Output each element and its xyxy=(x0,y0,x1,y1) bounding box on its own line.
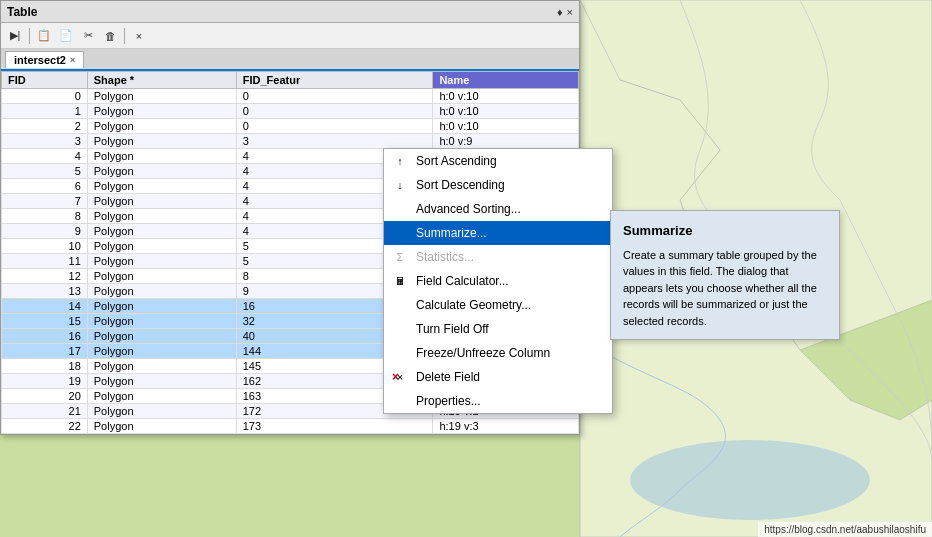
menu-item-label: Statistics... xyxy=(416,250,474,264)
toolbar-paste-button[interactable]: 📄 xyxy=(56,26,76,46)
menu-item-summarize---[interactable]: Summarize... xyxy=(384,221,612,245)
tab-intersect2[interactable]: intersect2 × xyxy=(5,51,84,68)
context-menu: ↑Sort Ascending↓Sort DescendingAdvanced … xyxy=(383,148,613,414)
col-header-shape[interactable]: Shape * xyxy=(87,72,236,89)
menu-item-advanced-sorting---[interactable]: Advanced Sorting... xyxy=(384,197,612,221)
menu-item-turn-field-off[interactable]: Turn Field Off xyxy=(384,317,612,341)
menu-item-label: Freeze/Unfreeze Column xyxy=(416,346,550,360)
toolbar-close-button[interactable]: × xyxy=(129,26,149,46)
menu-item-field-calculator---[interactable]: 🖩Field Calculator... xyxy=(384,269,612,293)
tooltip-title: Summarize xyxy=(623,221,827,241)
menu-icon: 🖩 xyxy=(392,273,408,289)
table-row[interactable]: 2Polygon0h:0 v:10 xyxy=(2,119,579,134)
tab-bar: intersect2 × xyxy=(1,49,579,71)
menu-item-delete-field[interactable]: ××Delete Field xyxy=(384,365,612,389)
menu-item-calculate-geometry---[interactable]: Calculate Geometry... xyxy=(384,293,612,317)
menu-item-label: Advanced Sorting... xyxy=(416,202,521,216)
panel-title: Table xyxy=(7,5,37,19)
menu-icon: ↑ xyxy=(392,153,408,169)
menu-item-label: Summarize... xyxy=(416,226,487,240)
menu-item-freeze-unfreeze-column[interactable]: Freeze/Unfreeze Column xyxy=(384,341,612,365)
panel-titlebar: Table ♦ × xyxy=(1,1,579,23)
menu-item-label: Calculate Geometry... xyxy=(416,298,531,312)
menu-item-label: Field Calculator... xyxy=(416,274,509,288)
panel-controls: ♦ × xyxy=(557,6,573,18)
table-row[interactable]: 22Polygon173h:19 v:3 xyxy=(2,419,579,434)
menu-item-label: Properties... xyxy=(416,394,481,408)
col-header-fid[interactable]: FID xyxy=(2,72,88,89)
panel-pin-button[interactable]: ♦ xyxy=(557,6,563,18)
toolbar: ▶| 📋 📄 ✂ 🗑 × xyxy=(1,23,579,49)
table-row[interactable]: 0Polygon0h:0 v:10 xyxy=(2,89,579,104)
toolbar-delete-button[interactable]: 🗑 xyxy=(100,26,120,46)
menu-icon: Σ xyxy=(392,249,408,265)
delete-field-x-icon: × xyxy=(392,370,399,384)
summarize-tooltip: Summarize Create a summary table grouped… xyxy=(610,210,840,340)
col-header-fid-featur[interactable]: FID_Featur xyxy=(236,72,433,89)
menu-item-properties---[interactable]: Properties... xyxy=(384,389,612,413)
menu-item-label: Sort Ascending xyxy=(416,154,497,168)
menu-item-label: Delete Field xyxy=(416,370,480,384)
url-bar: https://blog.csdn.net/aabushilaoshifu xyxy=(758,522,932,537)
toolbar-options-button[interactable]: ▶| xyxy=(5,26,25,46)
toolbar-sep-2 xyxy=(124,28,125,44)
menu-item-statistics---: ΣStatistics... xyxy=(384,245,612,269)
toolbar-sep-1 xyxy=(29,28,30,44)
table-row[interactable]: 3Polygon3h:0 v:9 xyxy=(2,134,579,149)
panel-close-button[interactable]: × xyxy=(567,6,573,18)
toolbar-copy-button[interactable]: 📋 xyxy=(34,26,54,46)
table-row[interactable]: 1Polygon0h:0 v:10 xyxy=(2,104,579,119)
menu-item-label: Sort Descending xyxy=(416,178,505,192)
tab-label: intersect2 xyxy=(14,54,66,66)
svg-point-3 xyxy=(630,440,870,520)
tab-close-button[interactable]: × xyxy=(70,55,75,65)
menu-item-label: Turn Field Off xyxy=(416,322,489,336)
tooltip-text: Create a summary table grouped by the va… xyxy=(623,247,827,330)
menu-icon: ↓ xyxy=(392,177,408,193)
table-header-row: FID Shape * FID_Featur Name xyxy=(2,72,579,89)
menu-item-sort-ascending[interactable]: ↑Sort Ascending xyxy=(384,149,612,173)
col-header-name[interactable]: Name xyxy=(433,72,579,89)
menu-item-sort-descending[interactable]: ↓Sort Descending xyxy=(384,173,612,197)
toolbar-cut-button[interactable]: ✂ xyxy=(78,26,98,46)
